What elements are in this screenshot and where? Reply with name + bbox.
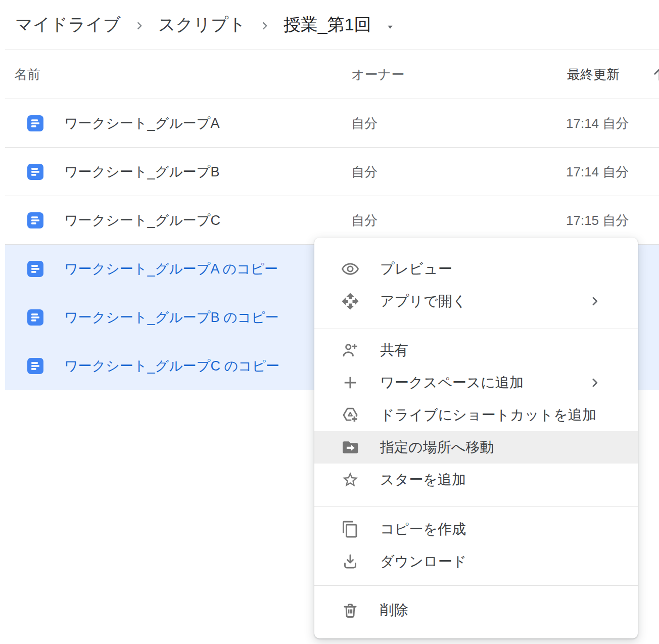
menu-item-label: 指定の場所へ移動: [380, 438, 494, 457]
menu-item-label: アプリで開く: [380, 292, 466, 311]
menu-item-label: コピーを作成: [380, 520, 466, 539]
table-header: 名前 オーナー 最終更新: [5, 50, 659, 99]
file-name: ワークシート_グループA: [64, 114, 219, 132]
menu-item-share[interactable]: 共有: [314, 334, 638, 366]
menu-item-label: 削除: [380, 601, 408, 620]
column-header-owner[interactable]: オーナー: [351, 65, 404, 83]
arrow-up-icon[interactable]: [651, 66, 659, 83]
menu-item-make-a-copy[interactable]: コピーを作成: [314, 513, 638, 545]
folder-move-icon: [341, 438, 360, 457]
docs-file-icon: [27, 309, 43, 326]
drive-file-browser: マイドライブ スクリプト 授業_第1回 名前 オーナー 最終更新 ワークシート_…: [0, 0, 659, 644]
file-last-modified: 17:15 自分: [566, 211, 629, 229]
file-name: ワークシート_グループB のコピー: [64, 308, 279, 327]
docs-file-icon: [27, 358, 43, 374]
docs-file-icon: [27, 164, 43, 180]
menu-item-download[interactable]: ダウンロード: [314, 545, 638, 578]
open-with-icon: [341, 292, 360, 311]
file-owner: 自分: [351, 114, 378, 132]
person-add-icon: [341, 341, 360, 360]
menu-item-label: プレビュー: [380, 259, 452, 279]
menu-item-label: ワークスペースに追加: [380, 373, 524, 392]
file-row[interactable]: ワークシート_グループA自分17:14 自分: [5, 99, 659, 148]
docs-file-icon: [27, 261, 43, 277]
menu-item-label: ドライブにショートカットを追加: [380, 405, 596, 425]
breadcrumb: マイドライブ スクリプト 授業_第1回: [0, 0, 659, 49]
breadcrumb-item-my-drive[interactable]: マイドライブ: [15, 13, 121, 36]
star-icon: [341, 470, 360, 489]
column-header-name[interactable]: 名前: [14, 65, 40, 83]
docs-file-icon: [27, 115, 43, 131]
file-last-modified: 17:14 自分: [566, 114, 629, 132]
download-icon: [341, 552, 360, 571]
file-name: ワークシート_グループC: [64, 211, 220, 229]
file-name: ワークシート_グループB: [64, 163, 219, 181]
context-menu-section: コピーを作成ダウンロード: [314, 507, 638, 585]
caret-down-icon[interactable]: [385, 21, 396, 32]
docs-file-icon: [27, 212, 43, 228]
menu-item-add-shortcut-to-drive[interactable]: ドライブにショートカットを追加: [314, 399, 638, 431]
menu-item-remove[interactable]: 削除: [314, 594, 638, 626]
menu-item-preview[interactable]: プレビュー: [314, 253, 638, 285]
drive-shortcut-icon: [341, 405, 360, 425]
menu-item-add-to-workspace[interactable]: ワークスペースに追加: [314, 366, 638, 399]
breadcrumb-item-current-folder[interactable]: 授業_第1回: [284, 13, 371, 36]
context-menu-section: プレビューアプリで開く: [314, 238, 638, 329]
eye-icon: [341, 259, 360, 279]
context-menu: プレビューアプリで開く共有ワークスペースに追加ドライブにショートカットを追加指定…: [314, 238, 638, 638]
copy-icon: [341, 520, 360, 539]
context-menu-section: 削除: [314, 585, 638, 638]
file-row[interactable]: ワークシート_グループB自分17:14 自分: [5, 148, 659, 196]
file-owner: 自分: [351, 211, 378, 229]
breadcrumb-item-scripts[interactable]: スクリプト: [158, 13, 246, 36]
file-owner: 自分: [351, 163, 378, 180]
chevron-right-icon: [133, 19, 146, 32]
chevron-right-icon: [587, 294, 602, 309]
chevron-right-icon: [587, 375, 602, 390]
context-menu-section: 共有ワークスペースに追加ドライブにショートカットを追加指定の場所へ移動スターを追…: [314, 329, 638, 507]
chevron-right-icon: [258, 19, 271, 32]
menu-item-label: 共有: [380, 341, 408, 360]
menu-item-move-to[interactable]: 指定の場所へ移動: [314, 431, 638, 464]
menu-item-open-with-app[interactable]: アプリで開く: [314, 285, 638, 317]
trash-icon: [341, 601, 360, 620]
menu-item-label: スターを追加: [380, 470, 466, 489]
menu-item-add-star[interactable]: スターを追加: [314, 464, 638, 496]
plus-icon: [341, 373, 360, 392]
column-header-modified[interactable]: 最終更新: [567, 65, 620, 83]
file-name: ワークシート_グループA のコピー: [64, 260, 278, 278]
file-name: ワークシート_グループC のコピー: [64, 357, 279, 375]
file-last-modified: 17:14 自分: [566, 163, 629, 180]
menu-item-label: ダウンロード: [380, 552, 466, 571]
